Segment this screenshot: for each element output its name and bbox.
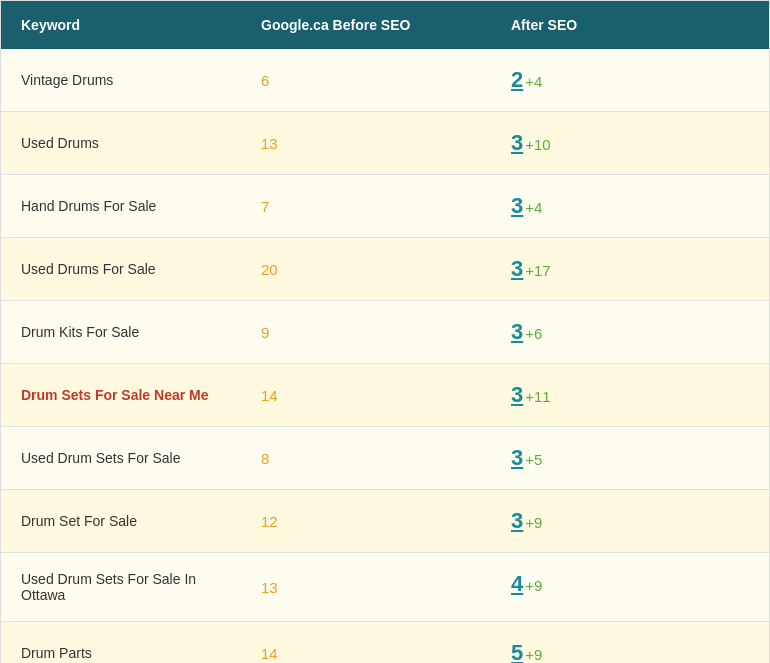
table-body: Vintage Drums 6 2 +4 Used Drums 13 3 +10… <box>1 49 769 663</box>
table-row: Used Drum Sets For Sale In Ottawa 13 4 +… <box>1 553 769 622</box>
header-before-end: SEO <box>377 17 410 33</box>
cell-keyword: Used Drums <box>1 112 241 174</box>
cell-keyword: Used Drum Sets For Sale In Ottawa <box>1 553 241 621</box>
after-rank: 3 <box>511 130 523 156</box>
cell-before: 9 <box>241 301 491 363</box>
cell-before: 14 <box>241 622 491 663</box>
table-row: Drum Set For Sale 12 3 +9 <box>1 490 769 553</box>
header-after-end: SEO <box>544 17 577 33</box>
header-before-bold: Before <box>333 17 377 33</box>
after-change: +10 <box>525 136 550 153</box>
after-rank: 2 <box>511 67 523 93</box>
after-change: +5 <box>525 451 542 468</box>
table-row: Used Drums 13 3 +10 <box>1 112 769 175</box>
cell-before: 20 <box>241 238 491 300</box>
cell-keyword: Vintage Drums <box>1 49 241 111</box>
cell-after: 3 +17 <box>491 238 770 300</box>
cell-after: 3 +10 <box>491 112 770 174</box>
cell-keyword: Drum Sets For Sale Near Me <box>1 364 241 426</box>
after-change: +4 <box>525 199 542 216</box>
cell-after: 3 +11 <box>491 364 770 426</box>
after-rank: 3 <box>511 382 523 408</box>
after-change: +6 <box>525 325 542 342</box>
header-before: Google.ca Before SEO <box>241 1 491 49</box>
cell-after: 5 +9 <box>491 622 770 663</box>
cell-keyword: Drum Kits For Sale <box>1 301 241 363</box>
after-rank: 3 <box>511 319 523 345</box>
after-rank: 5 <box>511 640 523 663</box>
after-rank: 3 <box>511 508 523 534</box>
header-after-label: After <box>511 17 544 33</box>
after-change: +17 <box>525 262 550 279</box>
cell-after: 3 +6 <box>491 301 770 363</box>
header-after: After SEO <box>491 1 770 49</box>
cell-before: 6 <box>241 49 491 111</box>
seo-table: Keyword Google.ca Before SEO After SEO V… <box>0 0 770 663</box>
header-keyword: Keyword <box>1 1 241 49</box>
cell-after: 3 +5 <box>491 427 770 489</box>
table-row: Drum Sets For Sale Near Me 14 3 +11 <box>1 364 769 427</box>
table-row: Drum Kits For Sale 9 3 +6 <box>1 301 769 364</box>
cell-before: 14 <box>241 364 491 426</box>
cell-before: 8 <box>241 427 491 489</box>
cell-keyword: Hand Drums For Sale <box>1 175 241 237</box>
cell-before: 13 <box>241 112 491 174</box>
after-change: +9 <box>525 577 542 594</box>
after-rank: 3 <box>511 256 523 282</box>
cell-after: 3 +9 <box>491 490 770 552</box>
table-row: Hand Drums For Sale 7 3 +4 <box>1 175 769 238</box>
table-row: Used Drum Sets For Sale 8 3 +5 <box>1 427 769 490</box>
after-change: +4 <box>525 73 542 90</box>
cell-before: 13 <box>241 553 491 621</box>
table-row: Vintage Drums 6 2 +4 <box>1 49 769 112</box>
table-header: Keyword Google.ca Before SEO After SEO <box>1 1 769 49</box>
cell-after: 3 +4 <box>491 175 770 237</box>
cell-keyword: Drum Set For Sale <box>1 490 241 552</box>
cell-before: 7 <box>241 175 491 237</box>
cell-keyword: Drum Parts <box>1 622 241 663</box>
cell-keyword: Used Drum Sets For Sale <box>1 427 241 489</box>
table-row: Used Drums For Sale 20 3 +17 <box>1 238 769 301</box>
cell-before: 12 <box>241 490 491 552</box>
after-rank: 3 <box>511 193 523 219</box>
after-change: +9 <box>525 646 542 663</box>
after-change: +9 <box>525 514 542 531</box>
cell-after: 4 +9 <box>491 553 770 621</box>
table-row: Drum Parts 14 5 +9 <box>1 622 769 663</box>
cell-keyword: Used Drums For Sale <box>1 238 241 300</box>
after-rank: 3 <box>511 445 523 471</box>
after-rank: 4 <box>511 571 523 597</box>
header-before-site: Google.ca <box>261 17 333 33</box>
after-change: +11 <box>525 388 550 405</box>
cell-after: 2 +4 <box>491 49 770 111</box>
